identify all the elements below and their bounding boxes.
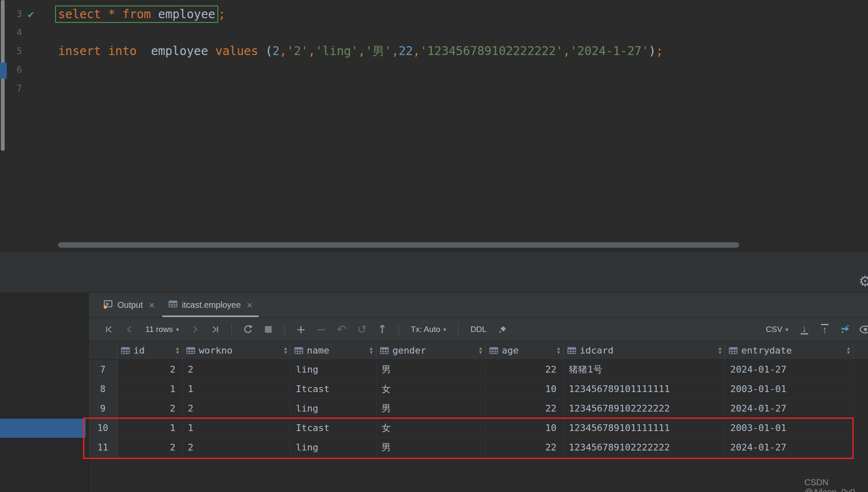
grid-header-row: id▲▼workno▲▼name▲▼gender▲▼age▲▼idcard▲▼e… [89, 341, 868, 360]
table-row[interactable]: 811Itcast女101234567891011111112003-01-01 [89, 379, 868, 399]
gear-icon[interactable]: ⚙ [859, 273, 868, 290]
grid-corner-cell [89, 341, 117, 359]
sort-icon[interactable]: ▲▼ [176, 346, 179, 355]
column-header-age[interactable]: age▲▼ [486, 341, 564, 359]
cell-age[interactable]: 10 [486, 379, 564, 399]
column-header-idcard[interactable]: idcard▲▼ [564, 341, 725, 359]
table-icon [186, 346, 195, 355]
line-number: 7 [0, 83, 22, 94]
line-number: 5 [0, 46, 22, 56]
row-count-label: 11 rows [145, 325, 173, 334]
tab-output[interactable]: Output × [96, 293, 161, 317]
cell-name[interactable]: ling [291, 360, 376, 379]
export-format-label: CSV [766, 325, 782, 334]
column-name: name [307, 345, 329, 356]
submit-icon[interactable]: ↑ [374, 321, 391, 338]
rollback-icon[interactable]: ↺ [353, 321, 370, 338]
editor-line[interactable]: 3✔select * from employee; [0, 5, 868, 23]
cell-entrydate[interactable]: 2003-01-01 [725, 379, 854, 399]
cell-entrydate[interactable]: 2024-01-27 [725, 360, 854, 379]
column-header-gender[interactable]: gender▲▼ [376, 341, 486, 359]
close-icon[interactable]: × [247, 300, 253, 310]
sort-icon[interactable]: ▲▼ [479, 346, 482, 355]
tab-label: itcast.employee [182, 300, 241, 310]
delete-row-icon[interactable]: − [313, 321, 330, 338]
code-text: select * from employee; [40, 7, 225, 21]
output-icon [103, 299, 113, 311]
column-header-id[interactable]: id▲▼ [117, 341, 183, 359]
sort-icon[interactable]: ▲▼ [284, 346, 287, 355]
ddl-button[interactable]: DDL [466, 325, 491, 334]
cell-idcard[interactable]: 123456789101111111 [564, 379, 725, 399]
cell-age[interactable]: 22 [486, 360, 564, 379]
editor-lines: 3✔select * from employee;45insert into e… [0, 5, 868, 98]
column-header-entrydate[interactable]: entrydate▲▼ [725, 341, 854, 359]
column-name: entrydate [741, 345, 792, 356]
row-number[interactable]: 8 [89, 379, 117, 399]
cell-idcard[interactable]: 123456789102222222 [564, 399, 725, 418]
cell-idcard[interactable]: 猪猪1号 [564, 360, 725, 379]
revert-icon[interactable]: ↶ [333, 321, 350, 338]
editor-line[interactable]: 6 [0, 61, 868, 79]
table-icon [168, 300, 178, 310]
column-header-name[interactable]: name▲▼ [291, 341, 376, 359]
cell-gender[interactable]: 女 [376, 379, 486, 399]
column-header-workno[interactable]: workno▲▼ [183, 341, 291, 359]
sql-editor[interactable]: 3✔select * from employee;45insert into e… [0, 0, 868, 252]
executed-statement-box: select * from employee [55, 6, 218, 23]
table-icon [121, 346, 130, 355]
export-format-dropdown[interactable]: CSV ▾ [762, 325, 793, 334]
cell-entrydate[interactable]: 2024-01-27 [725, 399, 854, 418]
cell-workno[interactable]: 2 [183, 360, 291, 379]
toolbar-separator [398, 323, 399, 335]
first-page-icon[interactable] [100, 321, 117, 338]
editor-hscrollbar[interactable] [58, 242, 739, 248]
last-page-icon[interactable] [207, 321, 224, 338]
column-name: workno [199, 345, 232, 356]
add-row-icon[interactable]: + [292, 321, 309, 338]
close-icon[interactable]: × [149, 300, 155, 310]
code-text: insert into employee values (2,'2','ling… [40, 43, 663, 59]
column-name: gender [392, 345, 426, 356]
previous-page-icon[interactable] [121, 321, 138, 338]
download-icon[interactable]: ↓ [796, 321, 813, 338]
stop-icon[interactable] [260, 321, 277, 338]
row-count-dropdown[interactable]: 11 rows ▾ [141, 325, 183, 334]
cell-workno[interactable]: 2 [183, 399, 291, 418]
editor-line[interactable]: 7 [0, 79, 868, 98]
scroll-to-top-icon[interactable]: ↑ [816, 321, 833, 338]
editor-line[interactable]: 5insert into employee values (2,'2','lin… [0, 42, 868, 61]
refresh-icon[interactable] [239, 321, 256, 338]
table-row[interactable]: 722ling男22猪猪1号2024-01-27 [89, 360, 868, 379]
cell-gender[interactable]: 男 [376, 360, 486, 379]
eye-icon[interactable] [857, 321, 868, 338]
cell-name[interactable]: ling [291, 399, 376, 418]
sort-icon[interactable]: ▲▼ [370, 346, 373, 355]
row-number[interactable]: 7 [89, 360, 117, 379]
sort-icon[interactable]: ▲▼ [847, 346, 850, 355]
cell-workno[interactable]: 1 [183, 379, 291, 399]
editor-line[interactable]: 4 [0, 23, 868, 42]
panel-divider-strip [0, 252, 868, 293]
next-page-icon[interactable] [186, 321, 203, 338]
column-name: age [502, 345, 519, 356]
cell-id[interactable]: 2 [117, 399, 183, 418]
table-icon [567, 346, 576, 355]
toolbar-separator [231, 323, 232, 335]
cell-id[interactable]: 2 [117, 360, 183, 379]
pin-icon[interactable] [494, 321, 511, 338]
cell-age[interactable]: 22 [486, 399, 564, 418]
cell-gender[interactable]: 男 [376, 399, 486, 418]
table-icon [489, 346, 498, 355]
ide-screen: 3✔select * from employee;45insert into e… [0, 0, 868, 492]
cell-id[interactable]: 1 [117, 379, 183, 399]
tab-itcast-employee[interactable]: itcast.employee × [161, 293, 259, 317]
row-number[interactable]: 9 [89, 399, 117, 418]
sort-icon[interactable]: ▲▼ [718, 346, 721, 355]
toolbar-right-group: CSV ▾ ↓ ↑ [762, 321, 868, 338]
tx-mode-dropdown[interactable]: Tx: Auto ▾ [406, 325, 451, 334]
table-row[interactable]: 922ling男221234567891022222222024-01-27 [89, 399, 868, 418]
sort-icon[interactable]: ▲▼ [557, 346, 560, 355]
sync-icon[interactable] [837, 321, 854, 338]
cell-name[interactable]: Itcast [291, 379, 376, 399]
